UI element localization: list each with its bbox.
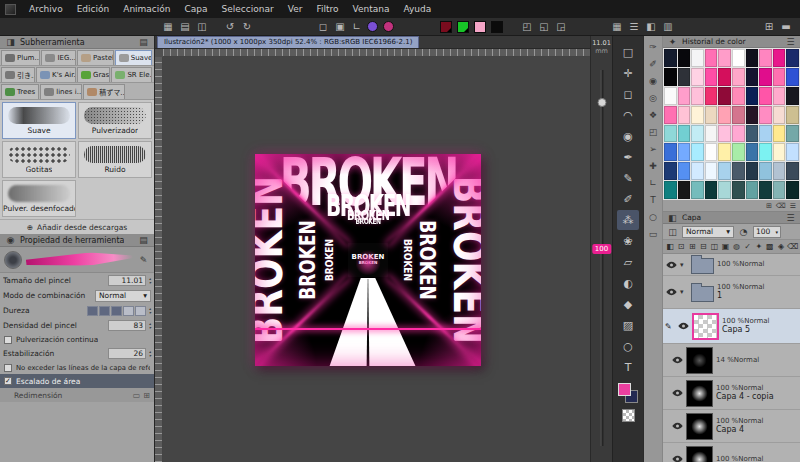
blend-mode-dropdown[interactable]: Normal▾	[95, 290, 151, 302]
color-swatch[interactable]	[759, 125, 772, 143]
color-swatch[interactable]	[705, 143, 718, 161]
color-swatch[interactable]	[664, 125, 677, 143]
reference-layer-checkbox[interactable]	[4, 364, 12, 372]
color-swatch[interactable]	[664, 106, 677, 124]
alpha-lock-icon[interactable]: ▩	[765, 241, 775, 253]
select-icon[interactable]: ◰	[519, 20, 535, 34]
brush-dock-icon[interactable]: ✐	[646, 57, 661, 71]
layer-thumbnail[interactable]	[692, 313, 719, 340]
layer-visibility-icon[interactable]	[671, 356, 683, 364]
color-swatch[interactable]	[746, 125, 759, 143]
subtool-tab[interactable]: 引き...	[1, 67, 35, 82]
pen-dock-icon[interactable]: ✑	[646, 40, 661, 54]
color-swatch[interactable]	[678, 87, 691, 105]
operation-tool[interactable]: □	[617, 42, 639, 62]
color-swatch[interactable]	[786, 181, 799, 199]
color-swatch[interactable]	[732, 143, 745, 161]
color-swatch[interactable]	[773, 143, 786, 161]
subtool-tab[interactable]: SR Ele...	[111, 67, 152, 82]
color-swatch[interactable]	[732, 181, 745, 199]
text-tool[interactable]: T	[617, 357, 639, 377]
color-swatch[interactable]	[759, 106, 772, 124]
undo-icon[interactable]: ↺	[222, 20, 238, 34]
color-swatch[interactable]	[746, 106, 759, 124]
color-swatch[interactable]	[691, 87, 704, 105]
color-swatch[interactable]	[759, 49, 772, 67]
document-tab[interactable]: Ilustración2* (1000 x 1000px 350dpi 52.4…	[157, 36, 419, 48]
layer-visibility-icon[interactable]	[671, 389, 683, 397]
size-spinner[interactable]: ▴▾	[149, 277, 151, 285]
layer-panel-header[interactable]: ◧ Capa ☰	[663, 212, 800, 224]
folder-thumbnail[interactable]	[691, 286, 714, 302]
panel-menu-icon[interactable]: ▤	[137, 36, 150, 48]
airbrush-tool[interactable]: ⁂	[617, 210, 639, 230]
subtool-tab[interactable]: K's Air...	[36, 67, 76, 82]
pencil-tool[interactable]: ✎	[617, 168, 639, 188]
correct-dock-icon[interactable]: ✚	[646, 159, 661, 173]
layer-visibility-icon[interactable]	[671, 455, 683, 462]
panel-menu-icon[interactable]: ▤	[137, 234, 150, 246]
figure-tool[interactable]: ○	[617, 336, 639, 356]
color-swatch[interactable]	[678, 143, 691, 161]
color-swatch[interactable]	[664, 68, 677, 86]
decoration-tool[interactable]: ❀	[617, 231, 639, 251]
area-scaling-checkbox[interactable]: ✓	[4, 377, 12, 385]
slider-track[interactable]	[600, 70, 603, 446]
invert-select-icon[interactable]: ◲	[553, 20, 569, 34]
layer-visibility-icon[interactable]	[671, 422, 683, 430]
menu-item-ayuda[interactable]: Ayuda	[396, 0, 438, 18]
layer-visibility-icon[interactable]	[677, 322, 689, 330]
resize-mode-icon[interactable]: ▭	[133, 391, 141, 400]
color-swatch[interactable]	[786, 106, 799, 124]
menu-item-animación[interactable]: Animación	[116, 0, 177, 18]
subtool-tab[interactable]: Suave	[115, 50, 152, 65]
list-view-icon[interactable]: ☰	[626, 20, 642, 34]
lasso-tool[interactable]: ◠	[617, 105, 639, 125]
area-scaling-row[interactable]: ✓ Escalado de área	[0, 374, 154, 388]
gradient-tool[interactable]: ▨	[617, 315, 639, 335]
color-swatch[interactable]	[705, 49, 718, 67]
hardness-spinner[interactable]: ▴▾	[149, 307, 151, 315]
color-swatch[interactable]	[691, 49, 704, 67]
subtool-tab[interactable]: IEG...	[41, 50, 76, 65]
subtool-panel-header[interactable]: ◨ Subherramienta ▤	[0, 36, 154, 49]
color-swatch[interactable]	[786, 143, 799, 161]
color-swatch[interactable]	[705, 181, 718, 199]
brush-item[interactable]: Suave	[2, 102, 76, 139]
purple-circle-icon[interactable]	[367, 21, 378, 32]
color-swatch[interactable]	[718, 162, 731, 180]
layer-row[interactable]: 100 %NormalCapa 4	[663, 410, 800, 443]
color-swatch[interactable]	[732, 87, 745, 105]
layer-visibility-icon[interactable]	[665, 288, 677, 296]
color-swatch[interactable]	[746, 181, 759, 199]
canvas-artwork[interactable]: BROKENBROKENBROKENBROKEN BROKENBROKENBRO…	[255, 154, 481, 366]
hardness-segments[interactable]	[87, 306, 146, 316]
grid-view-icon[interactable]: ▦	[609, 20, 625, 34]
color-swatch[interactable]	[691, 181, 704, 199]
color-swatch[interactable]	[678, 106, 691, 124]
redo-icon[interactable]: ↻	[239, 20, 255, 34]
blend-tool[interactable]: ◐	[617, 273, 639, 293]
layer-visibility-icon[interactable]	[665, 261, 677, 269]
panel-menu-icon[interactable]: ☰	[784, 212, 797, 224]
color-swatch[interactable]	[773, 125, 786, 143]
lock-icon[interactable]: ✦	[754, 241, 764, 253]
combine-icon[interactable]: ◧	[665, 241, 675, 253]
layer-opacity-field[interactable]: 100▾	[753, 226, 781, 238]
brush-item[interactable]: Ruido	[78, 141, 152, 178]
add-from-downloads-button[interactable]: ⊕ Añadir desde descargas	[0, 219, 154, 234]
layer-row[interactable]: 100 %NormalCapa 4 - copia	[663, 377, 800, 410]
expand-arrow-icon[interactable]: ▾	[680, 288, 688, 296]
color-swatch[interactable]	[691, 106, 704, 124]
green-color-chip[interactable]	[457, 21, 469, 33]
stabilization-field[interactable]: 26	[108, 348, 146, 359]
selection-tool[interactable]: ◻	[617, 84, 639, 104]
layout-icon[interactable]: ◫	[194, 20, 210, 34]
eyedropper-tool[interactable]: ◉	[617, 126, 639, 146]
color-swatch[interactable]	[732, 162, 745, 180]
color-swatch[interactable]	[691, 68, 704, 86]
foreground-color-swatch[interactable]	[618, 383, 631, 396]
hand-dock-icon[interactable]: ❖	[646, 108, 661, 122]
layer-row[interactable]: 14 %Normal	[663, 344, 800, 377]
color-swatch[interactable]	[691, 162, 704, 180]
